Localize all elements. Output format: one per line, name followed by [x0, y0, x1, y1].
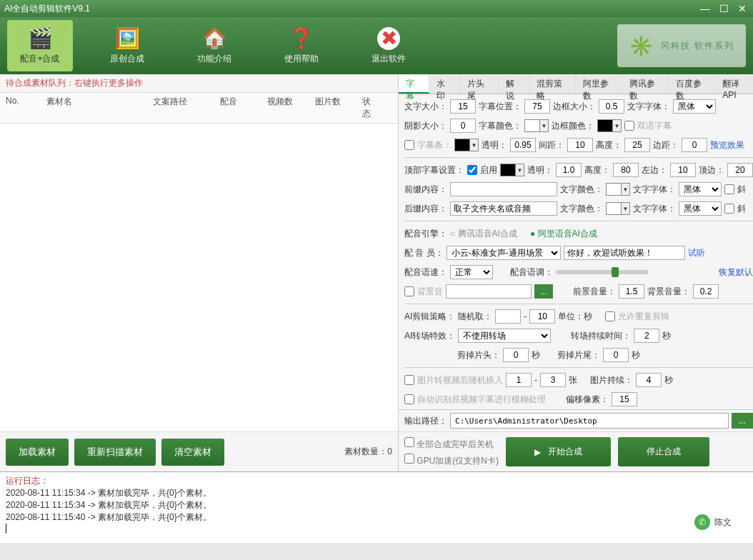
minimize-button[interactable]: — [699, 3, 712, 14]
load-material-button[interactable]: 加载素材 [6, 439, 69, 466]
try-listen-link[interactable]: 试听 [688, 247, 705, 259]
rescan-material-button[interactable]: 重新扫描素材 [74, 439, 156, 466]
toolbar-voice-compose[interactable]: 🎬 配音+合成 [7, 20, 73, 71]
allow-dup-checkbox[interactable] [605, 311, 615, 321]
topsub-height[interactable] [613, 163, 639, 177]
log-pane: 运行日志： 2020-08-11 11:15:34 -> 素材加载完毕，共{0}… [0, 471, 753, 543]
preview-text-input[interactable] [564, 246, 685, 260]
tab-watermark[interactable]: 水印 [429, 74, 460, 94]
autoblur-checkbox[interactable] [404, 394, 414, 404]
log-line: 2020-08-11 11:15:34 -> 素材加载完毕，共{0}个素材。 [6, 487, 747, 499]
suffix-font[interactable]: 黑体 [679, 201, 722, 216]
tab-mix-strategy[interactable]: 混剪策略 [529, 74, 576, 94]
clear-material-button[interactable]: 清空素材 [161, 439, 224, 466]
img2vid-checkbox[interactable] [404, 375, 414, 385]
restore-default-link[interactable]: 恢复默认 [719, 266, 753, 279]
output-path-input[interactable] [450, 413, 729, 429]
rand-to-input[interactable] [529, 309, 555, 324]
gap-input[interactable] [567, 138, 593, 152]
image-icon: 🖼️ [115, 26, 140, 50]
log-line: 2020-08-11 11:15:40 -> 素材加载完毕，共{0}个素材。 [6, 511, 747, 524]
preview-subtitle-link[interactable]: 预览效果 [710, 139, 744, 151]
topsub-top[interactable] [727, 163, 753, 177]
img-from-input[interactable] [506, 373, 532, 387]
suffix-italic[interactable] [724, 204, 734, 214]
shadow-size-input[interactable] [450, 119, 476, 133]
gpu-checkbox[interactable] [404, 454, 414, 464]
gpu-option[interactable]: GPU加速(仅支持N卡) [404, 454, 499, 467]
home-icon: 🏠 [202, 26, 227, 50]
border-color-picker[interactable]: ▼ [597, 119, 622, 132]
speed-select[interactable]: 正常 [450, 265, 493, 279]
play-icon: ▶ [534, 447, 541, 457]
subtitle-bar-checkbox[interactable] [404, 140, 414, 150]
topsub-enable-checkbox[interactable] [467, 165, 477, 175]
trans-dur-input[interactable] [634, 329, 659, 343]
topsub-left[interactable] [670, 163, 696, 177]
alpha-input[interactable] [510, 138, 536, 152]
toolbar-help[interactable]: ❓ 使用帮助 [269, 20, 334, 71]
subtitle-pos-input[interactable] [524, 99, 550, 114]
offset-input[interactable] [612, 392, 637, 406]
bgm-path-input[interactable] [446, 284, 532, 299]
prefix-font[interactable]: 黑体 [679, 182, 722, 196]
cuthead-input[interactable] [503, 348, 529, 362]
output-path-label: 输出路径： [404, 415, 447, 427]
close-button[interactable]: ✕ [736, 3, 749, 14]
voice-select[interactable]: 小云-标准女声-通用场景 [447, 246, 561, 260]
toolbar-original-compose[interactable]: 🖼️ 原创合成 [94, 20, 160, 71]
tab-head-tail[interactable]: 片头尾 [460, 74, 499, 94]
toolbar-features[interactable]: 🏠 功能介绍 [181, 20, 247, 71]
pitch-slider[interactable] [556, 270, 649, 274]
border-size-input[interactable] [599, 99, 624, 114]
transition-select[interactable]: 不使用转场 [458, 329, 551, 343]
slack-icon: ✳️ [629, 34, 655, 58]
browse-output-button[interactable]: ... [732, 413, 753, 429]
subtitle-color-picker[interactable]: ▼ [524, 119, 549, 132]
tab-ali-params[interactable]: 阿里参数 [576, 74, 622, 94]
prefix-input[interactable] [450, 182, 557, 196]
material-count: 素材数量：0 [344, 446, 392, 458]
tab-baidu-params[interactable]: 百度参数 [669, 74, 715, 94]
suffix-color[interactable]: ▼ [606, 202, 630, 215]
prefix-italic[interactable] [724, 184, 734, 194]
cursor-icon [6, 524, 6, 534]
submargin-input[interactable] [682, 138, 707, 152]
tencent-radio[interactable]: ○ 腾讯语音AI合成 [450, 228, 517, 240]
cuttail-input[interactable] [603, 348, 629, 362]
topsub-alpha[interactable] [556, 163, 582, 177]
font-select[interactable]: 黑体 [673, 99, 716, 114]
queue-list[interactable] [0, 124, 398, 431]
subtitle-bar-color[interactable]: ▼ [454, 139, 479, 151]
log-line: 2020-08-11 11:15:34 -> 素材加载完毕，共{0}个素材。 [6, 499, 747, 511]
maximize-button[interactable]: ☐ [717, 3, 730, 14]
img-dur-input[interactable] [636, 373, 662, 387]
bg-volume-input[interactable] [693, 284, 719, 299]
bgm-browse-button[interactable]: ... [534, 284, 553, 299]
tab-translate-api[interactable]: 翻译API [715, 74, 753, 94]
titlebar: AI全自动剪辑软件V9.1 — ☐ ✕ [0, 0, 753, 17]
topsub-color[interactable]: ▼ [500, 164, 524, 176]
bgm-checkbox[interactable] [404, 286, 414, 296]
shutdown-checkbox[interactable] [404, 437, 414, 447]
tab-tencent-params[interactable]: 腾讯参数 [622, 74, 669, 94]
ali-radio[interactable]: ● 阿里语音AI合成 [530, 228, 597, 240]
toolbar-exit[interactable]: ✖ 退出软件 [356, 20, 422, 71]
subheight-input[interactable] [624, 138, 650, 152]
bilingual-checkbox[interactable] [624, 121, 634, 131]
prefix-color[interactable]: ▼ [606, 183, 630, 196]
stop-compose-button[interactable]: 停止合成 [618, 437, 709, 466]
brand-banner: ✳️ 冈科技 软件系列 [617, 24, 746, 67]
rand-from-input[interactable] [495, 309, 521, 324]
img-to-input[interactable] [540, 373, 566, 387]
wechat-badge: ✆ 陈文 [687, 511, 739, 533]
shutdown-option[interactable]: 全部合成完毕后关机 [404, 437, 499, 451]
tab-narration[interactable]: 解说 [499, 74, 529, 94]
font-size-input[interactable] [450, 99, 476, 114]
tab-subtitle[interactable]: 字幕 [399, 74, 429, 94]
help-icon: ❓ [289, 26, 314, 50]
window-title: AI全自动剪辑软件V9.1 [4, 3, 699, 15]
suffix-input[interactable] [450, 201, 557, 216]
fg-volume-input[interactable] [619, 284, 644, 299]
start-compose-button[interactable]: ▶开始合成 [506, 437, 611, 466]
